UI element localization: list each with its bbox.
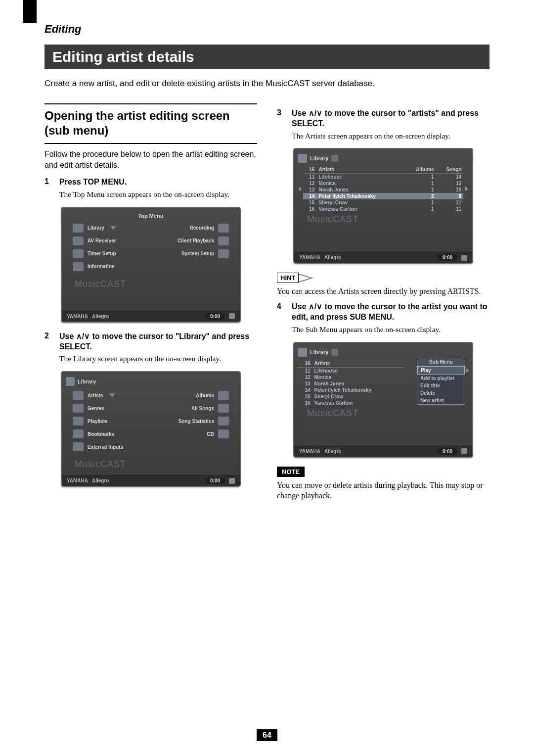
track-label: Allegro [92, 478, 109, 483]
speaker-icon [229, 478, 235, 484]
brand-label: YAMAHA [299, 255, 320, 260]
screen-title: Top Menu [66, 213, 236, 219]
menu-item-label: Library [88, 225, 104, 231]
arrow-keys-icon: ∧/∨ [76, 332, 90, 340]
menu-item-label: Albums [196, 393, 214, 398]
submenu-popup: Sub Menu PlayAdd to playlistEdit titleDe… [417, 358, 465, 405]
client-icon [218, 236, 229, 245]
rule-bottom [44, 143, 257, 144]
timer-icon [73, 249, 84, 258]
table-row: 13Norah Jones115 [303, 187, 463, 193]
status-bar: YAMAHA Allegro 0:00 [62, 311, 240, 322]
artist-count: 16 [298, 360, 312, 368]
table-row: 11Lifehouse [298, 367, 403, 374]
hint-arrow-icon [299, 274, 313, 283]
watermark: MusicCAST [66, 459, 236, 470]
status-bar: YAMAHA Allegro 0:00 [294, 446, 472, 457]
step-body: The Library screen appears on the on-scr… [59, 354, 257, 364]
library-icon [66, 377, 75, 386]
col-artists: Artists [316, 166, 404, 174]
menu-item-label: Playlists [88, 419, 108, 424]
albums-icon [218, 391, 229, 400]
recording-icon [218, 224, 229, 233]
screenshot-library: Library Artists Genres Playlists Bookmar… [61, 371, 241, 487]
playlists-icon [73, 417, 84, 425]
step-1: 1 Press TOP MENU. The Top Menu screen ap… [44, 177, 257, 200]
page-number: 64 [257, 729, 277, 741]
library-icon [298, 154, 307, 163]
menu-item-label: Information [88, 264, 115, 269]
step-number: 2 [44, 331, 53, 340]
table-row: 12Monica113 [303, 180, 463, 187]
hint-text: You can access the Artists screen direct… [277, 286, 490, 297]
screenshot-top-menu: Top Menu Library AV Receiver Timer Setup… [61, 207, 241, 323]
bookmarks-icon [73, 429, 84, 438]
menu-right-col: Albums All Songs Song Statistics CD [155, 391, 229, 451]
menu-right-col: Recording Client Playback System Setup [155, 224, 229, 271]
step-title: Use ∧/∨ to move the cursor to "Library" … [59, 331, 257, 352]
procedure-intro: Follow the procedure below to open the a… [44, 149, 257, 170]
menu-item-label: All Songs [191, 406, 214, 411]
submenu-item: New artist [417, 397, 465, 404]
artists-crumb-icon [331, 155, 338, 162]
step-title: Use ∧/∨ to move the cursor to "artists" … [292, 108, 490, 129]
step-title: Use ∧/∨ to move the cursor to the artist… [292, 302, 490, 323]
library-icon [298, 348, 307, 357]
hint-label: HINT [277, 273, 299, 283]
menu-left-col: Artists Genres Playlists Bookmarks Exter… [73, 391, 146, 451]
track-label: Allegro [92, 314, 109, 319]
selector-icon [109, 393, 115, 397]
status-bar: YAMAHA Allegro 0:00 [62, 475, 240, 486]
external-icon [73, 442, 84, 451]
rule-top [44, 103, 257, 104]
two-column-layout: Opening the artist editing screen (sub m… [44, 103, 490, 504]
note-text: You can move or delete artists during pl… [277, 480, 490, 501]
table-row: 16Vanessa Carlton111 [303, 206, 463, 212]
page-title: Editing artist details [44, 45, 490, 69]
artists-table: 16 Artists Albums Songs 11Lifehouse11412… [303, 166, 463, 212]
speaker-icon [229, 313, 235, 319]
right-column: 3 Use ∧/∨ to move the cursor to "artists… [277, 103, 490, 504]
time-label: 0:00 [438, 448, 457, 455]
menu-item-label: Bookmarks [88, 431, 114, 437]
menu-item-label: Song Statistics [178, 419, 214, 424]
col-albums: Albums [404, 166, 436, 174]
artist-count: 16 [303, 166, 316, 174]
table-row: 15Sheryl Crow111 [303, 199, 463, 206]
artists-crumb-icon [331, 349, 338, 356]
step-title-pre: Use [59, 332, 76, 340]
brand-label: YAMAHA [299, 449, 320, 454]
time-label: 0:00 [205, 313, 225, 320]
status-bar: YAMAHA Allegro 0:00 [294, 252, 472, 263]
crumb-label: Library [78, 378, 96, 384]
hint-block: HINT You can access the Artists screen d… [277, 273, 490, 297]
scroll-right-icon [465, 187, 468, 191]
stats-icon [218, 417, 229, 425]
arrow-keys-icon: ∧/∨ [309, 302, 322, 311]
table-row: 12Monica [298, 374, 403, 380]
speaker-icon [461, 255, 467, 261]
hint-badge: HINT [277, 273, 313, 283]
menu-item-label: Recording [190, 225, 214, 231]
step-3: 3 Use ∧/∨ to move the cursor to "artists… [277, 108, 490, 142]
menu-item-label: AV Receiver [88, 238, 116, 243]
time-label: 0:00 [438, 254, 457, 261]
watermark: MusicCAST [298, 408, 468, 419]
menu-item-label: Client Playback [178, 238, 214, 243]
submenu-item: Delete [417, 389, 465, 397]
breadcrumb: Library [298, 154, 468, 163]
menu-item-label: CD [207, 431, 214, 437]
arrow-keys-icon: ∧/∨ [309, 109, 322, 117]
menu-item-label: Genres [88, 406, 104, 411]
screenshot-submenu: Library 16 Artists 11Lifehouse12Monica13… [293, 342, 473, 458]
scroll-left-icon [298, 187, 301, 191]
artists-icon [73, 391, 84, 400]
menu-item-label: Artists [88, 393, 103, 398]
step-body: The Artists screen appears on the on-scr… [292, 131, 490, 142]
crumb-label: Library [310, 155, 328, 161]
table-row: 11Lifehouse114 [303, 174, 463, 181]
watermark: MusicCAST [298, 214, 468, 225]
breadcrumb: Library [66, 377, 236, 386]
cd-icon [218, 429, 229, 438]
step-body: The Top Menu screen appears on the on-sc… [59, 189, 257, 200]
